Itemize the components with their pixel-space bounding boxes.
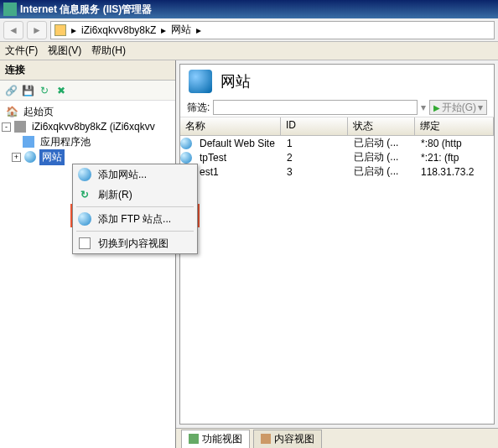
app-icon (3, 3, 17, 16)
tree-server-node[interactable]: - iZi6xqkvv8by8kZ (iZi6xqkvv (2, 119, 174, 134)
start-button[interactable]: ▶ 开始(G) ▾ (429, 100, 487, 115)
filter-row: 筛选: ▾ ▶ 开始(G) ▾ (180, 98, 494, 117)
globe-icon (78, 168, 91, 181)
cell-bind: 118.31.73.2 (416, 166, 494, 178)
table-row[interactable]: tpTest 2 已启动 (... *:21: (ftp (180, 150, 494, 164)
connections-pane: 连接 🔗 💾 ↻ ✖ 🏠 起始页 - iZi6xqkvv8by8kZ (iZi6… (0, 60, 176, 448)
filter-dropdown-icon[interactable]: ▾ (421, 102, 426, 113)
ctx-add-ftp-site[interactable]: 添加 FTP 站点... (73, 209, 197, 229)
col-id[interactable]: ID (281, 117, 348, 135)
save-icon[interactable]: 💾 (20, 83, 35, 98)
server-icon (13, 120, 27, 133)
ctx-switch-content-view[interactable]: 切换到内容视图 (73, 233, 197, 253)
play-icon: ▶ (433, 103, 440, 112)
crumb-server[interactable]: iZi6xqkvv8by8kZ (81, 24, 156, 36)
tab-features-label: 功能视图 (202, 432, 242, 446)
sites-grid: 名称 ID 状态 绑定 Default Web Site 1 已启动 (... … (180, 117, 494, 424)
globe-icon (78, 212, 91, 226)
page-title: 网站 (220, 71, 251, 91)
tab-features-view[interactable]: 功能视图 (181, 430, 250, 448)
expand-toggle[interactable]: + (12, 153, 21, 162)
connections-tree: 🏠 起始页 - iZi6xqkvv8by8kZ (iZi6xqkvv 应用程序池… (0, 101, 175, 448)
collapse-toggle[interactable]: - (2, 122, 11, 132)
cell-bind: *:21: (ftp (416, 152, 494, 164)
connections-title: 连接 (0, 60, 175, 81)
chevron-down-icon: ▾ (478, 102, 483, 113)
connect-icon[interactable]: 🔗 (3, 83, 18, 98)
home-icon: 🏠 (5, 105, 18, 118)
tree-app-pools[interactable]: 应用程序池 (2, 134, 174, 149)
ctx-add-ftp-label: 添加 FTP 站点... (98, 212, 171, 227)
content-view-icon (78, 237, 91, 250)
filter-input[interactable] (213, 100, 417, 115)
refresh-icon: ↻ (78, 188, 91, 201)
page-header: 网站 (180, 65, 494, 98)
tree-sites-node[interactable]: + 网站 (2, 149, 174, 164)
features-icon (189, 434, 199, 444)
cell-id: 2 (282, 152, 349, 164)
back-button[interactable]: ◄ (3, 21, 23, 39)
site-icon (180, 152, 192, 164)
cell-status: 已启动 (... (349, 164, 416, 179)
cell-status: 已启动 (... (349, 150, 416, 164)
view-tabs: 功能视图 内容视图 (176, 428, 498, 448)
ctx-separator (76, 206, 194, 207)
cell-id: 1 (282, 138, 349, 149)
ctx-refresh[interactable]: ↻ 刷新(R) (73, 185, 197, 205)
crumb-sites[interactable]: 网站 (171, 23, 191, 37)
tree-label-sites: 网站 (39, 149, 65, 165)
grid-header: 名称 ID 状态 绑定 (180, 117, 494, 136)
sites-icon (23, 150, 37, 164)
cell-status: 已启动 (... (349, 136, 416, 150)
filter-label: 筛选: (187, 101, 210, 115)
menu-bar: 文件(F) 视图(V) 帮助(H) (0, 42, 498, 60)
apppool-icon (22, 135, 35, 148)
col-bind[interactable]: 绑定 (415, 117, 494, 135)
nav-bar: ◄ ► ▸ iZi6xqkvv8by8kZ ▸ 网站 ▸ (0, 18, 498, 42)
col-status[interactable]: 状态 (348, 117, 415, 135)
cell-name: est1 (195, 166, 282, 178)
folder-icon (54, 24, 66, 36)
connections-toolbar: 🔗 💾 ↻ ✖ (0, 81, 175, 101)
table-row[interactable]: Default Web Site 1 已启动 (... *:80 (http (180, 136, 494, 150)
content-area: 网站 筛选: ▾ ▶ 开始(G) ▾ 名称 ID 状态 绑定 (179, 64, 495, 425)
tree-label-server: iZi6xqkvv8by8kZ (iZi6xqkvv (29, 120, 158, 133)
forward-button[interactable]: ► (27, 21, 47, 39)
ctx-add-website[interactable]: 添加网站... (73, 164, 197, 185)
context-menu: 添加网站... ↻ 刷新(R) 添加 FTP 站点... 切换到内容视图 (72, 164, 198, 254)
tree-start-page[interactable]: 🏠 起始页 (2, 104, 174, 119)
sites-page-icon (189, 70, 212, 93)
ctx-content-view-label: 切换到内容视图 (98, 237, 169, 251)
stop-icon[interactable]: ✖ (54, 83, 69, 98)
content-icon (261, 434, 271, 444)
table-row[interactable]: est1 3 已启动 (... 118.31.73.2 (180, 164, 494, 179)
menu-file[interactable]: 文件(F) (5, 44, 38, 58)
menu-view[interactable]: 视图(V) (48, 44, 81, 58)
refresh-icon[interactable]: ↻ (37, 83, 52, 98)
crumb-sep: ▸ (161, 24, 166, 36)
window-titlebar: Internet 信息服务 (IIS)管理器 (0, 0, 498, 18)
ctx-separator (76, 231, 194, 232)
col-name[interactable]: 名称 (180, 117, 281, 135)
window-title: Internet 信息服务 (IIS)管理器 (20, 3, 495, 17)
tree-label-apppool: 应用程序池 (38, 134, 93, 150)
cell-name: tpTest (195, 152, 282, 164)
cell-name: Default Web Site (195, 138, 282, 149)
site-icon (180, 138, 192, 149)
ctx-add-website-label: 添加网站... (98, 168, 147, 182)
ctx-refresh-label: 刷新(R) (98, 188, 132, 202)
start-button-label: 开始(G) (442, 101, 476, 115)
breadcrumb[interactable]: ▸ iZi6xqkvv8by8kZ ▸ 网站 ▸ (50, 21, 495, 39)
menu-help[interactable]: 帮助(H) (91, 44, 126, 58)
crumb-sep: ▸ (196, 24, 201, 36)
cell-id: 3 (282, 166, 349, 178)
tab-content-label: 内容视图 (274, 432, 314, 446)
tree-label-start: 起始页 (21, 104, 56, 120)
tab-content-view[interactable]: 内容视图 (253, 430, 322, 448)
crumb-sep: ▸ (71, 24, 76, 36)
grid-body: Default Web Site 1 已启动 (... *:80 (http t… (180, 136, 494, 179)
cell-bind: *:80 (http (416, 138, 494, 149)
main-pane: 网站 筛选: ▾ ▶ 开始(G) ▾ 名称 ID 状态 绑定 (176, 60, 498, 448)
